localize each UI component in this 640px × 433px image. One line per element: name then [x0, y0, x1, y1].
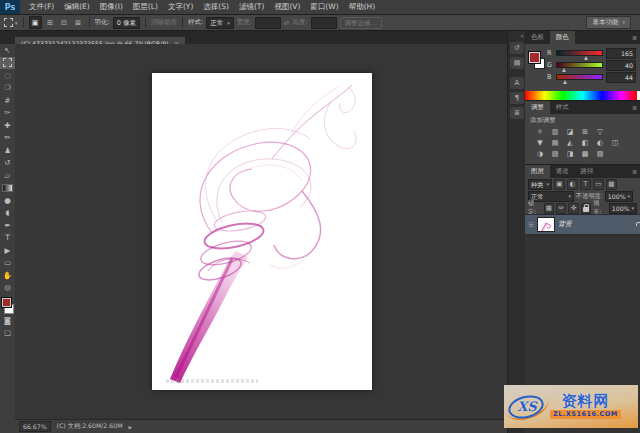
- layer-row-background[interactable]: ☉ 背景: [525, 214, 640, 235]
- blur-tool[interactable]: ●: [0, 194, 15, 207]
- color-balance-icon[interactable]: ▤: [549, 138, 561, 148]
- type-filter-icon[interactable]: T: [580, 179, 591, 190]
- panel-menu-icon[interactable]: ≣: [632, 101, 640, 114]
- foreground-color-swatch[interactable]: [1, 297, 12, 308]
- zoom-tool[interactable]: ◎: [0, 282, 15, 295]
- eraser-tool[interactable]: ▱: [0, 169, 15, 182]
- properties-panel-icon[interactable]: ▤: [510, 57, 524, 69]
- add-selection-button[interactable]: ⊞: [45, 17, 56, 28]
- gradient-tool[interactable]: [0, 182, 15, 195]
- menu-help[interactable]: 帮助(H): [344, 0, 381, 14]
- posterize-icon[interactable]: ▨: [549, 149, 561, 159]
- info-panel-icon[interactable]: ≣: [510, 107, 524, 119]
- swap-dimensions-icon[interactable]: ⇄: [284, 19, 289, 27]
- intersect-selection-button[interactable]: ⊠: [73, 17, 84, 28]
- tab-channels[interactable]: 通道: [550, 165, 575, 178]
- adjustment-filter-icon[interactable]: ◐: [567, 179, 578, 190]
- quick-selection-tool[interactable]: ❍: [0, 82, 15, 95]
- rectangular-marquee-tool[interactable]: [0, 57, 15, 70]
- menu-select[interactable]: 选择(S): [198, 0, 234, 14]
- subtract-selection-button[interactable]: ⊟: [59, 17, 70, 28]
- tab-color[interactable]: 颜色: [550, 31, 575, 44]
- move-tool[interactable]: ↖: [0, 44, 15, 57]
- green-value-input[interactable]: 40: [606, 60, 636, 71]
- fill-input[interactable]: 100% ▾: [609, 203, 637, 214]
- menu-filter[interactable]: 滤镜(T): [234, 0, 269, 14]
- brightness-contrast-icon[interactable]: ☼: [534, 127, 546, 137]
- menu-type[interactable]: 文字(Y): [163, 0, 198, 14]
- green-slider[interactable]: [556, 62, 603, 68]
- panel-menu-icon[interactable]: ≣: [632, 165, 640, 178]
- tab-paths[interactable]: 路径: [575, 165, 600, 178]
- menu-file[interactable]: 文件(F): [24, 0, 59, 14]
- hand-tool[interactable]: ✋: [0, 269, 15, 282]
- lock-pixels-icon[interactable]: ✏: [556, 203, 566, 214]
- threshold-icon[interactable]: ◨: [564, 149, 576, 159]
- tab-layers[interactable]: 图层: [525, 165, 550, 178]
- panel-menu-icon[interactable]: ≣: [632, 31, 640, 44]
- crop-tool[interactable]: #: [0, 94, 15, 107]
- vibrance-icon[interactable]: ▽: [594, 127, 606, 137]
- path-selection-tool[interactable]: ▶: [0, 244, 15, 257]
- style-dropdown[interactable]: 正常 ▾: [206, 17, 234, 29]
- tool-preset-picker[interactable]: ▾: [4, 18, 18, 27]
- menu-view[interactable]: 视图(V): [269, 0, 305, 14]
- blue-value-input[interactable]: 44: [606, 72, 636, 83]
- eyedropper-tool[interactable]: ✑: [0, 107, 15, 120]
- slider-thumb[interactable]: [562, 68, 566, 72]
- smart-object-filter-icon[interactable]: ▩: [606, 179, 617, 190]
- pen-tool[interactable]: ✒: [0, 219, 15, 232]
- type-tool[interactable]: T: [0, 232, 15, 245]
- height-input[interactable]: [311, 17, 337, 29]
- red-value-input[interactable]: 165: [606, 48, 636, 59]
- lock-all-icon[interactable]: [581, 203, 591, 214]
- curves-icon[interactable]: ◪: [564, 127, 576, 137]
- clone-stamp-tool[interactable]: ♟: [0, 144, 15, 157]
- feather-input[interactable]: 0 像素: [113, 17, 140, 29]
- history-brush-tool[interactable]: ↺: [0, 157, 15, 170]
- selective-color-icon[interactable]: ▧: [594, 149, 606, 159]
- refine-edge-button[interactable]: 调整边缘…: [340, 17, 383, 29]
- new-selection-button[interactable]: ▣: [29, 16, 42, 29]
- levels-icon[interactable]: ▥: [549, 127, 561, 137]
- gradient-map-icon[interactable]: ▩: [579, 149, 591, 159]
- slider-thumb[interactable]: [563, 80, 567, 84]
- shape-filter-icon[interactable]: ▭: [593, 179, 604, 190]
- tab-styles[interactable]: 样式: [550, 101, 575, 114]
- photo-filter-icon[interactable]: ◧: [579, 138, 591, 148]
- black-white-icon[interactable]: ◭: [564, 138, 576, 148]
- slider-thumb[interactable]: [584, 56, 588, 60]
- color-lookup-icon[interactable]: ◫: [609, 138, 621, 148]
- lasso-tool[interactable]: ◌: [0, 69, 15, 82]
- opacity-input[interactable]: 100% ▾: [605, 191, 633, 202]
- invert-icon[interactable]: ◑: [534, 149, 546, 159]
- dodge-tool[interactable]: ◖: [0, 207, 15, 220]
- spot-healing-tool[interactable]: ✚: [0, 119, 15, 132]
- hue-saturation-icon[interactable]: ▼: [534, 138, 546, 148]
- document-canvas[interactable]: [152, 73, 372, 390]
- pixel-filter-icon[interactable]: ▣: [554, 179, 565, 190]
- blue-slider[interactable]: [556, 74, 603, 80]
- lock-transparent-icon[interactable]: ▦: [544, 203, 554, 214]
- history-panel-icon[interactable]: ↺: [510, 42, 524, 54]
- color-spectrum-bar[interactable]: [525, 91, 640, 100]
- status-arrow-icon[interactable]: ▶: [128, 424, 132, 430]
- canvas-area[interactable]: [15, 44, 507, 420]
- red-slider[interactable]: [556, 50, 603, 56]
- quick-mask-button[interactable]: ◙: [0, 314, 15, 327]
- exposure-icon[interactable]: ⊞: [579, 127, 591, 137]
- paragraph-panel-icon[interactable]: ¶: [510, 92, 524, 104]
- antialias-checkbox[interactable]: 消除锯齿: [151, 18, 177, 27]
- width-input[interactable]: [255, 17, 281, 29]
- channel-mixer-icon[interactable]: ◐: [594, 138, 606, 148]
- shape-tool[interactable]: ▭: [0, 257, 15, 270]
- lock-position-icon[interactable]: ✜: [568, 203, 578, 214]
- visibility-eye-icon[interactable]: ☉: [528, 221, 534, 229]
- menu-edit[interactable]: 编辑(E): [59, 0, 95, 14]
- screen-mode-button[interactable]: ▢: [0, 327, 15, 340]
- tab-adjustments[interactable]: 调整: [525, 101, 550, 114]
- workspace-switcher[interactable]: 基本功能 ▾: [586, 16, 631, 29]
- foreground-color-swatch[interactable]: [528, 51, 541, 64]
- menu-window[interactable]: 窗口(W): [305, 0, 343, 14]
- menu-image[interactable]: 图像(I): [95, 0, 128, 14]
